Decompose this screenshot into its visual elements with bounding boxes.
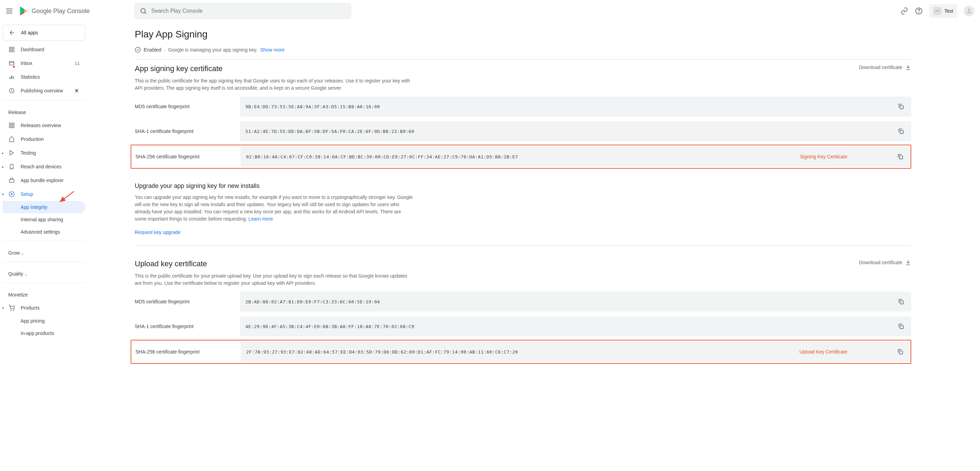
fingerprint-label: SHA-256 certificate fingerprint: [135, 154, 240, 159]
copy-button[interactable]: [896, 322, 906, 331]
fingerprint-row-sha256: SHA-256 certificate fingerprint 2F:7B:93…: [135, 342, 910, 362]
svg-marker-26: [10, 151, 14, 155]
highlighted-upload-sha256: SHA-256 certificate fingerprint 2F:7B:93…: [130, 340, 911, 364]
fingerprint-label: MD5 certificate fingerprint: [135, 104, 240, 109]
svg-point-35: [135, 48, 141, 52]
logo-text: Google Play Console: [32, 8, 90, 15]
inbox-badge: 11: [75, 61, 80, 66]
copy-button[interactable]: [896, 152, 905, 162]
search-icon: [140, 7, 147, 15]
all-apps-label: All apps: [21, 30, 38, 35]
grow-header[interactable]: Grow ⌄: [3, 244, 85, 259]
chevron-right-icon: ▸: [2, 165, 4, 169]
fingerprint-row-md5: MD5 certificate fingerprint 2B:AD:88:02:…: [135, 292, 911, 312]
svg-rect-38: [900, 156, 903, 159]
download-icon: [905, 259, 911, 266]
sidebar-item-inbox[interactable]: Inbox 11: [3, 56, 85, 70]
sidebar-item-app-pricing[interactable]: App pricing: [3, 315, 85, 327]
logo[interactable]: Google Play Console: [18, 5, 90, 16]
status-text: Google is managing your app signing key.: [168, 47, 258, 52]
stats-icon: [8, 73, 15, 80]
request-upgrade-link[interactable]: Request key upgrade: [135, 230, 180, 235]
managed-publishing-icon: [73, 87, 80, 94]
upgrade-title: Upgrade your app signing key for new ins…: [135, 182, 911, 190]
copy-icon: [897, 103, 904, 110]
upgrade-desc: You can upgrade your app signing key for…: [135, 194, 413, 223]
search-box[interactable]: [134, 3, 351, 19]
fingerprint-value: 9B:E4:DD:73:53:5E:A8:9A:3F:A3:D5:15:B8:A…: [245, 104, 896, 109]
menu-icon[interactable]: [5, 7, 14, 15]
svg-point-30: [11, 193, 13, 195]
fingerprint-row-sha1: SHA-1 certificate fingerprint 4E:29:9D:4…: [135, 316, 911, 336]
sidebar-item-inapp[interactable]: In-app products: [3, 327, 85, 339]
sidebar-item-bundle[interactable]: App bundle explorer: [3, 173, 85, 187]
fingerprint-row-sha1: SHA-1 certificate fingerprint 51:A2:4E:7…: [135, 121, 911, 141]
svg-point-31: [11, 310, 11, 311]
fingerprint-value: 51:A2:4E:7D:55:DD:DA:8F:5B:DF:5A:F0:CA:2…: [245, 129, 896, 134]
svg-point-9: [968, 9, 970, 11]
sidebar-item-releases-overview[interactable]: Releases overview: [3, 119, 85, 132]
svg-rect-13: [9, 50, 11, 52]
svg-rect-29: [9, 179, 14, 182]
monetize-header: Monetize: [3, 286, 85, 301]
sidebar-item-setup[interactable]: ▾ Setup: [3, 187, 85, 201]
copy-icon: [897, 153, 904, 160]
learn-more-link[interactable]: Learn more: [248, 216, 273, 222]
releases-icon: [8, 122, 15, 129]
section-desc: This is the public certificate for your …: [135, 273, 413, 287]
copy-icon: [897, 128, 904, 135]
svg-rect-40: [900, 326, 904, 329]
sidebar-item-dashboard[interactable]: Dashboard: [3, 43, 85, 56]
fingerprint-label: MD5 certificate fingerprint: [135, 299, 240, 304]
show-more-link[interactable]: Show more: [260, 47, 285, 52]
svg-rect-23: [13, 123, 14, 125]
checkmark-icon: [135, 47, 141, 53]
app-icon: [933, 7, 942, 15]
app-selector[interactable]: Test: [929, 4, 957, 18]
copy-button[interactable]: [896, 127, 906, 136]
download-certificate-button[interactable]: Download certificate: [859, 259, 911, 266]
help-icon[interactable]: [915, 7, 923, 15]
page-title: Play App Signing: [135, 29, 911, 40]
sidebar-item-production[interactable]: Production: [3, 132, 85, 146]
copy-button[interactable]: [896, 102, 906, 111]
back-arrow-icon: [9, 29, 16, 36]
download-certificate-button[interactable]: Download certificate: [859, 64, 911, 70]
sidebar-item-reach[interactable]: ▸ Reach and devices: [3, 160, 85, 173]
sidebar-item-statistics[interactable]: Statistics: [3, 70, 85, 84]
fingerprint-value: 02:B0:16:4A:C4:67:CF:C0:38:14:0A:CF:BD:B…: [246, 154, 800, 159]
copy-button[interactable]: [896, 297, 906, 306]
inbox-icon: [8, 60, 15, 67]
svg-rect-24: [9, 126, 11, 128]
copy-button[interactable]: [896, 347, 905, 357]
svg-rect-17: [10, 77, 10, 79]
fingerprint-value-box: 2B:AD:88:02:A7:81:D9:E0:F7:C3:33:6C:60:5…: [240, 292, 911, 312]
fingerprint-value-box: 51:A2:4E:7D:55:DD:DA:8F:5B:DF:5A:F0:CA:2…: [240, 121, 911, 141]
fingerprint-label: SHA-1 certificate fingerprint: [135, 324, 240, 329]
svg-rect-11: [9, 47, 11, 49]
search-input[interactable]: [151, 8, 346, 14]
svg-rect-14: [13, 50, 14, 52]
sidebar-item-internal-sharing[interactable]: Internal app sharing: [3, 213, 85, 226]
highlighted-signing-sha256: SHA-256 certificate fingerprint 02:B0:16…: [130, 144, 911, 169]
publishing-icon: [8, 87, 15, 94]
link-icon[interactable]: [900, 7, 908, 15]
svg-rect-41: [900, 351, 903, 354]
sidebar-item-app-integrity[interactable]: App integrity: [3, 201, 85, 213]
section-desc: This is the public certificate for the a…: [135, 77, 413, 92]
annotation-upload: Upload Key Certificate: [800, 349, 847, 355]
fingerprint-value-box: 02:B0:16:4A:C4:67:CF:C0:38:14:0A:CF:BD:B…: [240, 147, 910, 167]
annotation-signing: Signing Key Certiicate: [800, 154, 847, 159]
quality-header[interactable]: Quality ⌄: [3, 265, 85, 280]
sidebar-item-advanced[interactable]: Advanced settings: [3, 226, 85, 238]
all-apps-button[interactable]: All apps: [3, 25, 85, 41]
fingerprint-label: SHA-256 certificate fingerprint: [135, 349, 240, 355]
avatar[interactable]: [964, 5, 975, 16]
svg-point-5: [141, 9, 145, 13]
sidebar-item-testing[interactable]: ▸ Testing: [3, 146, 85, 160]
enabled-label: Enabled: [144, 47, 161, 52]
svg-rect-25: [13, 126, 14, 128]
fingerprint-value: 2F:7B:93:27:93:E7:82:48:AD:64:57:EE:D4:0…: [246, 349, 800, 355]
sidebar-item-products[interactable]: ▾ Products: [3, 301, 85, 315]
sidebar-item-publishing[interactable]: Publishing overview: [3, 84, 85, 98]
